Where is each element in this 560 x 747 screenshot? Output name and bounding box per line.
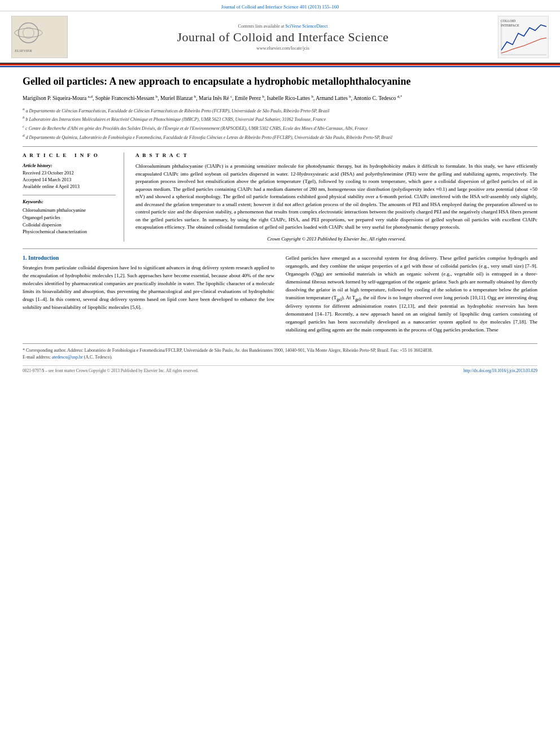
affiliation-d: d d Departamento de Química, Laboratório… bbox=[23, 133, 537, 141]
affiliations: a a Departamento de Ciências Farmacêutic… bbox=[23, 106, 537, 141]
article-info: A R T I C L E I N F O Article history: R… bbox=[23, 152, 124, 242]
email-link[interactable]: atedesco@usp.br bbox=[52, 355, 83, 360]
body-content: 1. Introduction Strategies from particul… bbox=[23, 248, 537, 338]
authors-line: Marigilson P. Siqueira-Moura a,d, Sophie… bbox=[23, 94, 537, 102]
sciverse-line: Contents lists available at SciVerse Sci… bbox=[73, 24, 492, 29]
abstract-section: A B S T R A C T Chloroaluminum phthalocy… bbox=[135, 152, 537, 242]
doi-link[interactable]: http://dx.doi.org/10.1016/j.jcis.2013.03… bbox=[463, 368, 537, 373]
banner-left-image: ELSEVIER bbox=[11, 16, 73, 58]
introduction-heading: 1. Introduction bbox=[23, 255, 274, 261]
received-date: Received 23 October 2012 bbox=[23, 170, 116, 177]
main-content: Gelled oil particles: A new approach to … bbox=[0, 67, 560, 381]
history-label: Article history: bbox=[23, 163, 116, 168]
intro-para-2: Gelled particles have emerged as a succe… bbox=[286, 255, 537, 334]
keyword-3: Colloidal dispersion bbox=[23, 221, 116, 229]
journal-citation: Journal of Colloid and Interface Science… bbox=[221, 4, 339, 10]
body-right: Gelled particles have emerged as a succe… bbox=[286, 255, 537, 338]
keyword-2: Organogel particles bbox=[23, 214, 116, 221]
decorative-image: ELSEVIER bbox=[11, 16, 68, 58]
abstract-text: Chloroaluminum phthalocyanine (ClAlPc) i… bbox=[135, 163, 537, 231]
affiliation-c: c c Centre de Recherche d'Albi en génie … bbox=[23, 124, 537, 132]
banner-center: Contents lists available at SciVerse Sci… bbox=[73, 24, 492, 51]
body-left: 1. Introduction Strategies from particul… bbox=[23, 255, 274, 338]
accepted-date: Accepted 14 March 2013 bbox=[23, 177, 116, 184]
intro-para-1: Strategies from particulate colloidal di… bbox=[23, 264, 274, 312]
info-divider bbox=[23, 195, 116, 195]
svg-text:INTERFACE: INTERFACE bbox=[501, 24, 519, 27]
issn-line: 0021-9797/$ – see front matter Crown Cop… bbox=[23, 368, 199, 373]
footnotes-section: * Corresponding author. Address: Laborat… bbox=[23, 343, 537, 361]
abstract-label: A B S T R A C T bbox=[135, 152, 537, 158]
banner-right: COLLOID INTERFACE bbox=[492, 16, 549, 58]
keywords-group: Keywords: Chloroaluminum phthalocyanine … bbox=[23, 199, 116, 235]
info-abstract-section: A R T I C L E I N F O Article history: R… bbox=[23, 146, 537, 242]
journal-banner: ELSEVIER Contents lists available at Sci… bbox=[0, 11, 560, 64]
corresponding-author-note: * Corresponding author. Address: Laborat… bbox=[23, 347, 537, 354]
journal-url: www.elsevier.com/locate/jcis bbox=[73, 46, 492, 51]
article-info-label: A R T I C L E I N F O bbox=[23, 152, 116, 158]
keyword-1: Chloroaluminum phthalocyanine bbox=[23, 207, 116, 214]
svg-text:ELSEVIER: ELSEVIER bbox=[14, 49, 32, 53]
journal-chart: COLLOID INTERFACE bbox=[498, 16, 549, 58]
svg-text:COLLOID: COLLOID bbox=[501, 19, 516, 23]
affiliation-b: b b Laboratoire des Interactions Molécul… bbox=[23, 115, 537, 123]
available-date: Available online 4 April 2013 bbox=[23, 184, 116, 190]
email-note: E-mail address: atedesco@usp.br (A.C. Te… bbox=[23, 354, 537, 361]
red-divider bbox=[0, 64, 560, 65]
journal-title: Journal of Colloid and Interface Science bbox=[73, 30, 492, 45]
keywords-label: Keywords: bbox=[23, 199, 116, 204]
article-history: Article history: Received 23 October 201… bbox=[23, 163, 116, 190]
copyright-line: Crown Copyright © 2013 Published by Else… bbox=[135, 236, 537, 242]
journal-header: Journal of Colloid and Interface Science… bbox=[0, 0, 560, 11]
affiliation-a: a a Departamento de Ciências Farmacêutic… bbox=[23, 106, 537, 115]
sciverse-link[interactable]: SciVerse ScienceDirect bbox=[286, 24, 328, 29]
article-title: Gelled oil particles: A new approach to … bbox=[23, 75, 537, 88]
bottom-footer: 0021-9797/$ – see front matter Crown Cop… bbox=[23, 365, 537, 373]
keyword-4: Physicochemical characterization bbox=[23, 228, 116, 235]
